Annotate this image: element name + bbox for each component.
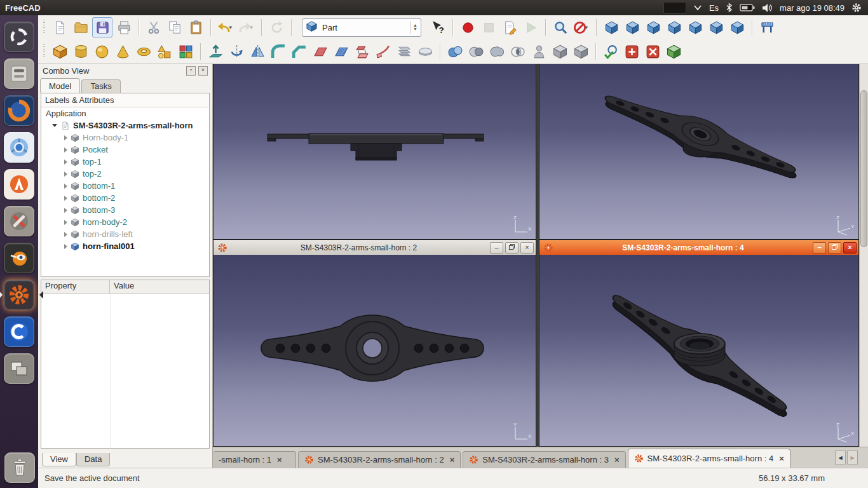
macro-play-button[interactable]: [521, 18, 540, 37]
viewport-2-top-view[interactable]: YX: [214, 255, 536, 446]
dock-close-icon[interactable]: ×: [198, 66, 208, 76]
workbench-selector[interactable]: Part▲▼: [302, 18, 421, 37]
copy-button[interactable]: [165, 18, 184, 37]
restore-button[interactable]: [505, 242, 519, 254]
left-view-button[interactable]: [728, 18, 747, 37]
right-view-button[interactable]: [665, 18, 684, 37]
launcher-firefox[interactable]: [4, 95, 34, 126]
launcher-blender[interactable]: [4, 243, 34, 273]
whats-this-button[interactable]: ?: [428, 18, 447, 37]
tree-item-bottom-3[interactable]: bottom-3: [41, 204, 209, 216]
check-geometry-button[interactable]: [601, 42, 620, 61]
window-titlebar-active[interactable]: SM-S4303R-2-arms-small-horn : 4 – ×: [539, 240, 858, 255]
expand-arrow-icon[interactable]: [64, 184, 67, 189]
scrollbar-thumb[interactable]: [860, 90, 867, 247]
tree-item-top-1[interactable]: top-1: [41, 156, 209, 168]
sweep-button[interactable]: [374, 42, 393, 61]
part-sphere-button[interactable]: [92, 42, 111, 61]
compound-filter-button[interactable]: [571, 42, 590, 61]
open-document-button[interactable]: [71, 18, 90, 37]
close-tab-icon[interactable]: ×: [779, 454, 784, 463]
print-button[interactable]: [114, 18, 133, 37]
expand-arrow-icon[interactable]: [64, 208, 67, 213]
make-face-button[interactable]: [311, 42, 330, 61]
cross-sections-button[interactable]: [416, 42, 435, 61]
mdi-tab-3[interactable]: SM-S4303R-2-arms-small-horn : 3 ×: [463, 451, 625, 468]
fillet-button[interactable]: [269, 42, 288, 61]
part-box-button[interactable]: [50, 42, 69, 61]
minimize-button[interactable]: –: [813, 242, 826, 254]
tree-item-document[interactable]: SM-S4303R-2-arms-small-horn: [41, 119, 209, 132]
tree-item-Horn-body-1[interactable]: Horn-body-1: [41, 132, 209, 144]
tab-scroll-left-button[interactable]: ◀: [835, 451, 846, 464]
combo-view-titlebar[interactable]: Combo View ▫ ×: [38, 64, 212, 78]
restore-button[interactable]: [828, 242, 841, 254]
part-cone-button[interactable]: [113, 42, 132, 61]
launcher-dash-home[interactable]: [4, 22, 34, 52]
session-gear-icon[interactable]: [851, 3, 862, 13]
launcher-system-settings[interactable]: [4, 206, 34, 236]
mdi-tab-4[interactable]: SM-S4303R-2-arms-small-horn : 4 ×: [628, 449, 790, 468]
top-view-button[interactable]: [644, 18, 663, 37]
defeaturing-button[interactable]: [622, 42, 641, 61]
expand-arrow-icon[interactable]: [64, 135, 67, 140]
boolean-cut-button[interactable]: [466, 42, 485, 61]
boolean-button[interactable]: [445, 42, 465, 61]
measure-linear-button[interactable]: [757, 18, 776, 37]
zoom-fit-all-button[interactable]: [551, 18, 570, 37]
tree-item-bottom-1[interactable]: bottom-1: [41, 180, 209, 192]
property-column-header[interactable]: Property: [41, 280, 110, 293]
revolve-button[interactable]: [227, 42, 246, 61]
minimize-button[interactable]: –: [490, 242, 503, 254]
workbench-spinner-icon[interactable]: ▲▼: [410, 21, 417, 34]
launcher-software-center[interactable]: [4, 169, 34, 200]
tree-item-top-2[interactable]: top-2: [41, 168, 209, 180]
launcher-trash[interactable]: [4, 452, 35, 483]
tab-data[interactable]: Data: [76, 453, 110, 466]
close-button[interactable]: ×: [520, 242, 534, 254]
expand-arrow-icon[interactable]: [64, 159, 67, 165]
part-cylinder-button[interactable]: [71, 42, 90, 61]
tree-item-horn-drills-left[interactable]: horn-drills-left: [41, 228, 209, 240]
launcher-c-application[interactable]: [4, 316, 34, 347]
tree-item-bottom-2[interactable]: bottom-2: [41, 192, 209, 204]
tab-model[interactable]: Model: [40, 78, 80, 93]
remove-feature-button[interactable]: [643, 42, 662, 61]
extrude-button[interactable]: [206, 42, 225, 61]
toolbar-grip[interactable]: [43, 20, 45, 35]
tab-tasks[interactable]: Tasks: [81, 79, 120, 93]
undo-button[interactable]: ▾: [216, 18, 235, 37]
rear-view-button[interactable]: [686, 18, 705, 37]
tree-item-Pocket[interactable]: Pocket: [41, 144, 209, 156]
expand-arrow-icon[interactable]: [64, 232, 67, 237]
toolbar-grip[interactable]: [43, 44, 45, 59]
loft-button[interactable]: [353, 42, 372, 61]
tab-scroll-right-button[interactable]: ▶: [847, 451, 858, 464]
bluetooth-icon[interactable]: [726, 3, 733, 13]
launcher-chromium[interactable]: [4, 132, 34, 163]
part-primitives-button[interactable]: [155, 42, 174, 61]
mdi-tab-1[interactable]: -small-horn : 1 ×: [213, 451, 296, 468]
convert-to-solid-button[interactable]: [664, 42, 683, 61]
make-compound-button[interactable]: [550, 42, 569, 61]
ruled-surface-button[interactable]: [332, 42, 351, 61]
axonometric-view-button[interactable]: [602, 18, 621, 37]
expand-arrow-icon[interactable]: [64, 147, 67, 152]
bottom-view-button[interactable]: [707, 18, 726, 37]
collapse-arrow-icon[interactable]: [52, 124, 57, 127]
paste-button[interactable]: [186, 18, 205, 37]
window-titlebar[interactable]: SM-S4303R-2-arms-small-horn : 2 – ×: [214, 240, 536, 255]
tree-root-application[interactable]: Application: [41, 107, 209, 119]
expand-arrow-icon[interactable]: [64, 244, 67, 249]
close-button[interactable]: ×: [843, 242, 857, 254]
launcher-freecad[interactable]: [4, 280, 34, 310]
dock-float-icon[interactable]: ▫: [186, 66, 196, 76]
launcher-window-switcher[interactable]: [4, 353, 34, 384]
expand-arrow-icon[interactable]: [64, 172, 67, 177]
cut-button[interactable]: [144, 18, 163, 37]
save-document-button[interactable]: [92, 17, 112, 37]
viewport-3-isometric-view[interactable]: ZY: [539, 64, 859, 240]
mdi-scrollbar[interactable]: [859, 64, 868, 447]
mirror-button[interactable]: [248, 42, 267, 61]
close-tab-icon[interactable]: ×: [277, 455, 282, 464]
